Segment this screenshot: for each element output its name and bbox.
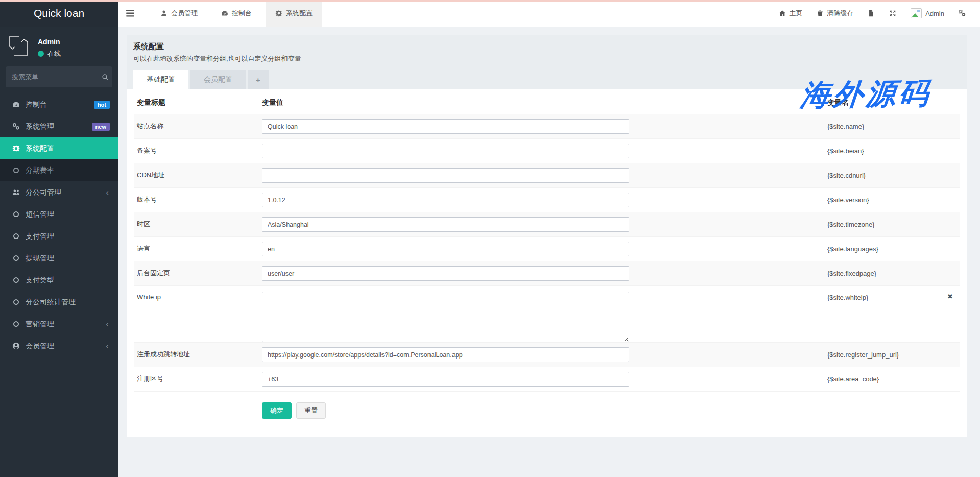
home-label: 主页 xyxy=(789,9,802,18)
chevron-left-icon: ‹ xyxy=(106,188,109,197)
variable-name: {$site.cdnurl} xyxy=(630,163,960,187)
site-name-input[interactable] xyxy=(262,119,629,134)
sidebar: Quick loan Admin 在线 控制台 hot xyxy=(0,0,118,477)
tab-label: 会员管理 xyxy=(171,9,198,18)
variable-name: {$site.fixedpage} xyxy=(630,261,960,285)
form-row-version: 版本号 {$site.version} xyxy=(134,188,960,212)
admin-profile-link[interactable]: Admin xyxy=(903,0,951,27)
trash-icon xyxy=(817,10,824,17)
tachometer-icon xyxy=(221,10,228,17)
menu-search-input[interactable] xyxy=(12,73,102,81)
field-label: 时区 xyxy=(134,212,262,236)
sidebar-item-label: 分公司管理 xyxy=(26,188,61,197)
new-badge: new xyxy=(92,123,110,131)
field-label: 语言 xyxy=(134,237,262,261)
register-jump-url-input[interactable] xyxy=(262,347,629,362)
form-rows: 站点名称 {$site.name} 备案号 {$site.beian} CDN地… xyxy=(134,114,960,392)
variable-name: {$site.beian} xyxy=(630,139,960,163)
sidebar-item-payment-admin[interactable]: 支付管理 xyxy=(0,225,118,247)
clear-cache-label: 清除缓存 xyxy=(827,9,853,18)
form-row-timezone: 时区 {$site.timezone} xyxy=(134,212,960,237)
form-row-beian: 备案号 {$site.beian} xyxy=(134,139,960,163)
variable-name: {$site.whiteip} xyxy=(630,286,960,342)
hot-badge: hot xyxy=(94,101,110,109)
sidebar-item-dashboard[interactable]: 控制台 hot xyxy=(0,93,118,115)
main-content: 系统配置 可以在此增改系统的变量和分组,也可以自定义分组和变量 基础配置 会员配… xyxy=(118,27,980,477)
sidebar-item-label: 会员管理 xyxy=(26,342,54,351)
tachometer-icon xyxy=(12,101,20,108)
navbar-tabs: 会员管理 控制台 系统配置 xyxy=(149,0,322,27)
fullscreen-button[interactable] xyxy=(882,0,903,27)
sidebar-item-withdraw-admin[interactable]: 提现管理 xyxy=(0,247,118,269)
cogs-icon xyxy=(12,123,20,130)
fixed-page-input[interactable] xyxy=(262,266,629,281)
top-navbar: 会员管理 控制台 系统配置 主页 清除缓存 xyxy=(118,0,980,27)
expand-icon xyxy=(889,10,896,17)
variable-name: {$site.version} xyxy=(630,188,960,212)
tab-dashboard[interactable]: 控制台 xyxy=(212,0,261,27)
column-header-title: 变量标题 xyxy=(134,98,262,107)
config-tabs: 基础配置 会员配置 + xyxy=(133,70,960,89)
submit-button[interactable]: 确定 xyxy=(262,402,292,419)
circle-icon xyxy=(13,211,19,217)
tab-member-config[interactable]: 会员配置 xyxy=(190,70,246,89)
chevron-left-icon: ‹ xyxy=(106,320,109,328)
sidebar-item-member-admin[interactable]: 会员管理 ‹ xyxy=(0,335,118,357)
reset-button[interactable]: 重置 xyxy=(296,402,326,419)
sidebar-item-branch-admin[interactable]: 分公司管理 ‹ xyxy=(0,181,118,203)
home-link[interactable]: 主页 xyxy=(772,0,809,27)
clear-cache-link[interactable]: 清除缓存 xyxy=(809,0,861,27)
area-code-input[interactable] xyxy=(262,372,629,387)
add-group-tab[interactable]: + xyxy=(248,70,269,89)
sidebar-item-installment-rate[interactable]: 分期费率 xyxy=(0,159,118,181)
form-actions: 确定 重置 xyxy=(134,392,960,419)
gear-icon xyxy=(275,10,282,17)
sidebar-item-label: 系统管理 xyxy=(26,122,54,131)
form-row-language: 语言 {$site.languages} xyxy=(134,237,960,261)
field-label: 后台固定页 xyxy=(134,261,262,285)
language-link[interactable] xyxy=(861,0,882,27)
variable-name: {$site.area_code} xyxy=(630,367,960,391)
navbar-right: 主页 清除缓存 Admin xyxy=(772,0,980,27)
remove-field-icon[interactable]: ✖ xyxy=(947,293,953,300)
sidebar-item-payment-type[interactable]: 支付类型 xyxy=(0,269,118,291)
tab-system-config[interactable]: 系统配置 xyxy=(266,0,322,27)
hamburger-menu-button[interactable] xyxy=(118,0,142,27)
sidebar-item-branch-stats-admin[interactable]: 分公司统计管理 xyxy=(0,291,118,313)
sidebar-item-label: 提现管理 xyxy=(26,254,54,263)
form-header-row: 变量标题 变量值 变量名 xyxy=(134,89,960,114)
sidebar-item-marketing-admin[interactable]: 营销管理 ‹ xyxy=(0,313,118,335)
search-icon[interactable] xyxy=(102,74,109,81)
sidebar-item-system-config[interactable]: 系统配置 xyxy=(0,137,118,159)
sidebar-item-label: 控制台 xyxy=(26,100,47,109)
avatar-broken-image-icon xyxy=(6,34,31,58)
beian-input[interactable] xyxy=(262,144,629,158)
circle-icon xyxy=(13,255,19,261)
chevron-left-icon: ‹ xyxy=(106,342,109,350)
admin-avatar xyxy=(911,8,922,18)
tab-member-admin[interactable]: 会员管理 xyxy=(151,0,207,27)
sidebar-item-system-admin[interactable]: 系统管理 new xyxy=(0,115,118,137)
sidebar-item-label: 系统配置 xyxy=(26,144,54,153)
white-ip-textarea[interactable] xyxy=(262,292,629,342)
online-status-dot xyxy=(38,51,44,57)
page-subtitle: 可以在此增改系统的变量和分组,也可以自定义分组和变量 xyxy=(133,54,960,63)
version-input[interactable] xyxy=(262,193,629,207)
settings-button[interactable] xyxy=(951,0,973,27)
sidebar-item-label: 营销管理 xyxy=(26,320,54,329)
tab-label: 控制台 xyxy=(232,9,252,18)
user-status: 在线 xyxy=(38,49,61,58)
sidebar-search xyxy=(6,66,112,87)
sidebar-item-sms-admin[interactable]: 短信管理 xyxy=(0,203,118,225)
page-title: 系统配置 xyxy=(133,42,960,52)
cogs-icon xyxy=(959,10,966,17)
timezone-input[interactable] xyxy=(262,217,629,232)
sidebar-item-label: 短信管理 xyxy=(26,210,54,219)
variable-name: {$site.languages} xyxy=(630,237,960,261)
tab-basic-config[interactable]: 基础配置 xyxy=(133,70,188,89)
cdn-url-input[interactable] xyxy=(262,168,629,183)
language-input[interactable] xyxy=(262,242,629,256)
bars-icon xyxy=(126,10,134,17)
form-row-cdn-url: CDN地址 {$site.cdnurl} xyxy=(134,163,960,188)
field-label: 版本号 xyxy=(134,188,262,212)
